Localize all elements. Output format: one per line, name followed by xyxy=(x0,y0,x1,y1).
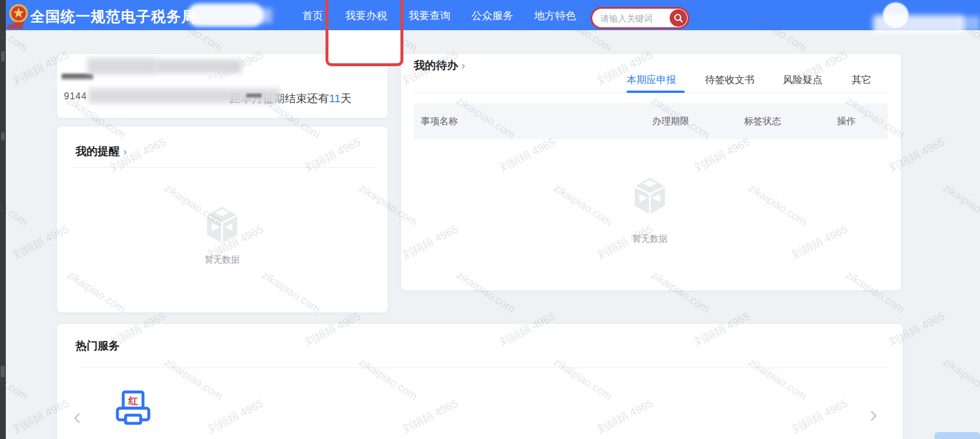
tab-current-filings[interactable]: 本期应申报 xyxy=(627,73,676,87)
site-title: 全国统一规范电子税务局 xyxy=(30,7,196,26)
col-label-status: 标签状态 xyxy=(744,116,781,128)
search-button[interactable] xyxy=(670,9,687,27)
deadline-prefix: 距本月征期结束还有 xyxy=(230,92,329,105)
todo-title[interactable]: 我的待办› xyxy=(414,58,465,73)
reminders-chevron-icon: › xyxy=(123,146,127,157)
red-invoice-printer-icon[interactable]: 红 xyxy=(115,390,151,429)
nav-item-home[interactable]: 首页 xyxy=(302,9,323,23)
logo-caption-smudge xyxy=(8,24,23,29)
nav-item-tax-handling[interactable]: 我要办税 xyxy=(345,9,387,23)
hot-services-title-text: 热门服务 xyxy=(76,340,120,352)
hot-services-card xyxy=(57,324,903,439)
search-box[interactable] xyxy=(591,7,689,29)
reminders-title-text: 我的提醒 xyxy=(76,145,120,157)
col-item-name: 事项名称 xyxy=(421,116,458,128)
taxpayer-info-card xyxy=(57,54,388,118)
reminders-title[interactable]: 我的提醒› xyxy=(76,144,127,159)
tab-documents-to-sign[interactable]: 待签收文书 xyxy=(705,73,754,87)
hot-services-title: 热门服务 xyxy=(76,339,120,354)
hot-services-divider xyxy=(80,368,886,368)
carousel-next-button[interactable]: › xyxy=(870,405,877,423)
deadline-suffix: 天 xyxy=(341,92,352,105)
carousel-prev-button[interactable]: ‹ xyxy=(73,408,81,425)
edge-mark-1 xyxy=(1,51,5,62)
todo-empty-text: 暂无数据 xyxy=(632,233,667,244)
red-invoice-char: 红 xyxy=(128,395,138,406)
edge-mark-3 xyxy=(1,366,5,377)
search-input[interactable] xyxy=(592,13,657,23)
nav-item-public-services[interactable]: 公众服务 xyxy=(471,9,513,23)
deadline-days: 11 xyxy=(329,92,341,105)
taxpayer-id-fragment: 9144 xyxy=(64,91,87,102)
todo-chevron-icon: › xyxy=(462,60,465,71)
tab-other[interactable]: 其它 xyxy=(852,73,871,87)
todo-card xyxy=(401,54,901,290)
nav-item-inquiry[interactable]: 我要查询 xyxy=(409,9,450,23)
active-tab-underline xyxy=(627,91,685,93)
filing-deadline-text: 距本月征期结束还有11天 xyxy=(230,91,352,106)
empty-box-icon xyxy=(632,178,667,217)
search-icon xyxy=(673,13,684,23)
empty-box-icon xyxy=(205,207,239,246)
tab-risk-issues[interactable]: 风险疑点 xyxy=(783,73,822,87)
todo-title-text: 我的待办 xyxy=(414,59,458,71)
nav-item-local-features[interactable]: 地方特色 xyxy=(534,9,576,23)
todo-table-header: 事项名称 办理期限 标签状态 操作 xyxy=(414,103,888,139)
edge-mark-2 xyxy=(1,132,5,141)
reminders-divider xyxy=(70,167,376,168)
col-deadline: 办理期限 xyxy=(652,116,689,128)
reminders-empty-text: 暂无数据 xyxy=(205,254,239,265)
col-actions: 操作 xyxy=(837,116,856,128)
floating-widget-peek[interactable] xyxy=(935,432,980,439)
